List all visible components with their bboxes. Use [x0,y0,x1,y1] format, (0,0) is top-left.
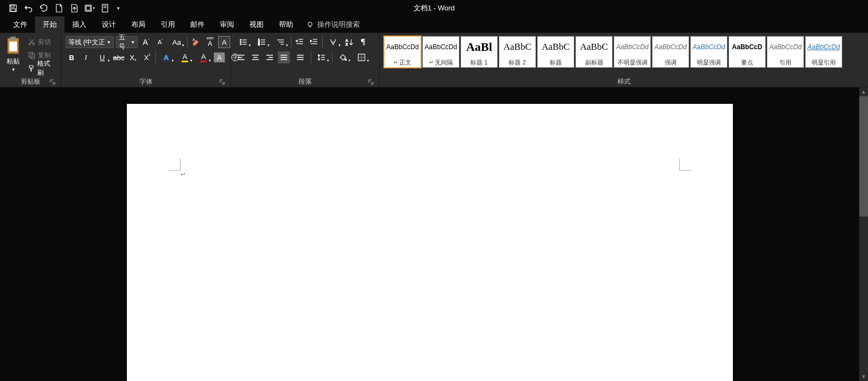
page[interactable]: ↵ [127,104,733,381]
svg-rect-1 [11,5,14,7]
svg-rect-11 [9,42,17,51]
document-area[interactable]: ↵ [0,87,859,381]
brush-icon [28,65,36,72]
asian-layout-button[interactable]: ▾ [325,36,341,48]
italic-button[interactable]: I [80,51,92,63]
tab-home[interactable]: 开始 [35,16,65,33]
new-doc-icon[interactable] [54,3,65,14]
separator [291,36,292,48]
align-justify-button[interactable] [278,51,290,63]
tab-review[interactable]: 审阅 [212,16,242,33]
tab-mailings[interactable]: 邮件 [183,16,212,33]
separator [155,51,156,63]
style-name: 标题 2 [499,57,535,67]
align-justify-icon [279,53,288,62]
scroll-thumb[interactable] [859,96,868,216]
redo-icon[interactable] [38,3,49,14]
style-tile-0[interactable]: AaBbCcDd↵正文 [384,36,421,68]
phonetic-guide-button[interactable]: wénA [204,36,216,48]
style-tile-4[interactable]: AaBbC标题 [537,36,574,68]
style-tile-9[interactable]: AaBbCcD要点 [729,36,766,68]
style-tile-3[interactable]: AaBbC标题 2 [499,36,536,68]
clear-formatting-button[interactable]: A [190,36,202,48]
save-icon[interactable] [8,3,19,14]
grow-font-button[interactable]: Aˆ [140,36,152,48]
character-shading-button[interactable]: A [214,52,225,62]
vertical-scrollbar[interactable]: ▲ ▼ [859,87,868,381]
align-center-button[interactable] [249,51,261,63]
scroll-down-arrow[interactable]: ▼ [859,372,868,381]
cut-label: 剪切 [38,38,51,47]
strikethrough-button[interactable]: abc [113,51,125,63]
text-effects-button[interactable]: A▾ [158,51,174,63]
svg-point-19 [240,42,241,43]
decrease-indent-button[interactable] [294,36,306,48]
style-tile-8[interactable]: AaBbCcDd明显强调 [690,36,727,68]
numbering-button[interactable]: 123▾ [254,36,270,48]
scroll-track[interactable] [859,96,868,372]
style-tile-5[interactable]: AaBbC副标题 [575,36,613,68]
svg-point-21 [240,44,241,45]
show-marks-button[interactable] [358,36,370,48]
borders-button[interactable]: ▾ [353,51,370,63]
format-painter-button[interactable]: 格式刷 [26,62,59,74]
svg-rect-10 [10,37,16,40]
style-tile-2[interactable]: AaBl标题 1 [461,36,498,68]
tab-layout[interactable]: 布局 [124,16,153,33]
tab-file[interactable]: 文件 [5,16,35,33]
sort-button[interactable]: AZ [343,36,356,48]
increase-indent-button[interactable] [308,36,320,48]
multilevel-list-button[interactable]: ▾ [272,36,289,48]
qat-customize-icon[interactable]: ▾ [115,3,121,14]
cut-button[interactable]: 剪切 [26,36,59,48]
style-preview: AaBbCcDd [691,37,727,57]
undo-icon[interactable] [23,3,34,14]
style-name: 强调 [653,57,689,67]
change-case-button[interactable]: Aa▾ [168,36,185,48]
tell-me-search[interactable]: 操作说明搜索 [301,16,365,33]
numbering-icon: 123 [258,38,266,46]
style-tile-11[interactable]: AaBbCcDd明显引用 [805,36,842,68]
open-icon[interactable] [69,3,80,14]
underline-button[interactable]: U▾ [94,51,110,63]
style-tile-6[interactable]: AaBbCcDd不明显强调 [614,36,651,68]
tab-insert[interactable]: 插入 [65,16,94,33]
indent-icon [310,38,318,46]
clipboard-launcher[interactable] [49,78,56,86]
separator [322,36,323,48]
subscript-button[interactable]: X₂ [127,51,139,63]
highlight-button[interactable]: A▾ [177,51,193,63]
style-tile-1[interactable]: AaBbCcDd↵无间隔 [422,36,459,68]
margin-mark-top-right [679,159,691,171]
font-name-combo[interactable]: 等线 (中文正文)▼ [66,36,114,48]
paste-button[interactable]: 粘贴 ▼ [2,35,25,74]
bullets-button[interactable]: ▾ [235,36,252,48]
style-tile-7[interactable]: AaBbCcDd强调 [652,36,689,68]
bold-button[interactable]: B [66,51,78,63]
tab-references[interactable]: 引用 [153,16,183,33]
align-left-button[interactable] [235,51,247,63]
tab-help[interactable]: 帮助 [271,16,301,33]
shading-button[interactable]: ▾ [335,51,351,63]
email-icon[interactable] [100,3,110,14]
group-styles: AaBbCcDd↵正文AaBbCcDd↵无间隔AaBl标题 1AaBbC标题 2… [380,33,868,87]
paragraph-launcher[interactable] [367,78,375,86]
scroll-up-arrow[interactable]: ▲ [859,87,868,96]
font-color-button[interactable]: A▾ [195,51,212,63]
character-border-button[interactable]: A [218,36,230,48]
print-preview-icon[interactable]: ▾ [84,3,95,14]
svg-rect-2 [11,9,15,11]
superscript-button[interactable]: X² [141,51,153,63]
line-spacing-button[interactable]: ▾ [313,51,330,63]
style-preview: AaBbCcDd [385,37,421,57]
font-launcher[interactable] [218,78,226,86]
align-distributed-button[interactable] [292,51,308,63]
tab-view[interactable]: 视图 [242,16,271,33]
ribbon: 粘贴 ▼ 剪切 复制 格式刷 剪贴板 [0,33,868,87]
align-right-button[interactable] [264,51,276,63]
copy-icon [28,51,36,59]
tab-design[interactable]: 设计 [94,16,124,33]
style-tile-10[interactable]: AaBbCcDd引用 [767,36,804,68]
font-size-combo[interactable]: 五号▼ [116,36,138,48]
shrink-font-button[interactable]: Aˇ [154,36,166,48]
